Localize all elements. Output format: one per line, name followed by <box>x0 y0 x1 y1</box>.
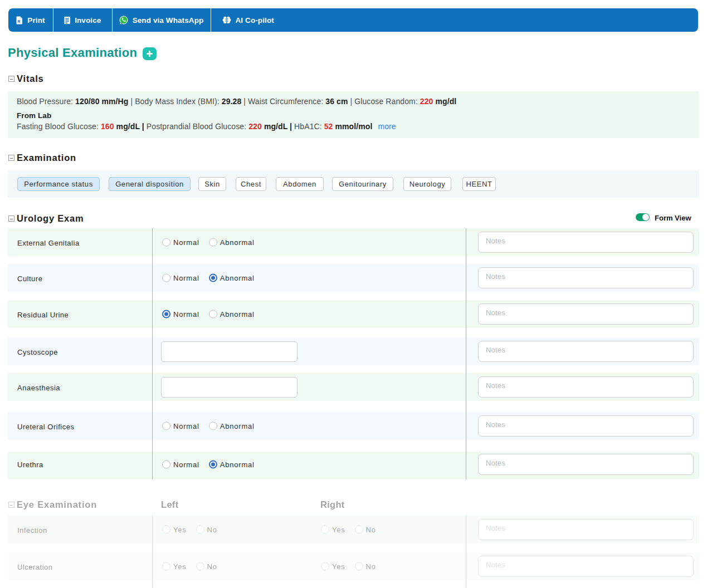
svg-text:R: R <box>18 19 21 23</box>
